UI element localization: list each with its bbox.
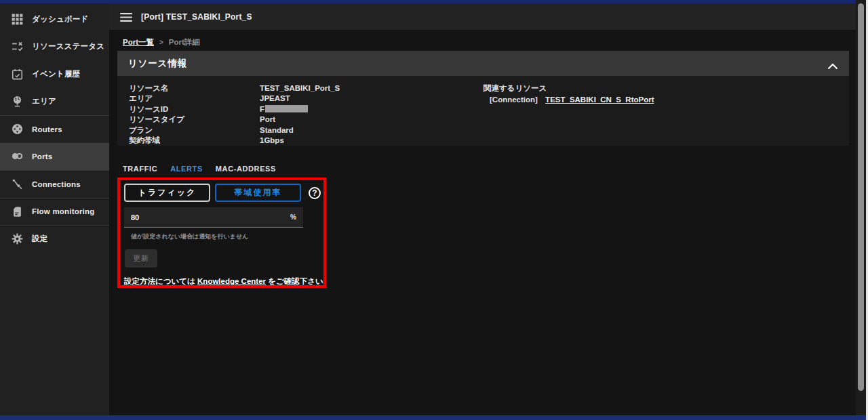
sidebar-item-dashboard[interactable]: ダッシュボード bbox=[0, 5, 109, 33]
tab-traffic[interactable]: TRAFFIC bbox=[118, 161, 162, 179]
rule-checklist-icon bbox=[10, 40, 24, 54]
field-resource-name: リソース名 TEST_SABIKI_Port_S bbox=[129, 83, 484, 93]
knowledge-center-note: 設定方法については Knowledge Center をご確認下さい bbox=[124, 276, 323, 287]
related-resources: 関連するリソース [Connection] TEST_SABIKI_CN_S_R… bbox=[484, 83, 654, 146]
threshold-field: % bbox=[124, 207, 303, 228]
ports-icon bbox=[10, 150, 24, 163]
threshold-input[interactable] bbox=[131, 213, 290, 222]
sidebar: ダッシュボード リソースステータス イベント履歴 エリア Routers Por… bbox=[0, 3, 109, 415]
topbar: [Port] TEST_SABIKI_Port_S bbox=[109, 3, 856, 30]
sidebar-item-resource-status[interactable]: リソースステータス bbox=[0, 33, 109, 61]
sidebar-item-ports[interactable]: Ports bbox=[0, 143, 109, 171]
update-button[interactable]: 更新 bbox=[125, 249, 157, 268]
traffic-toggle-button[interactable]: トラフィック bbox=[124, 184, 210, 202]
sidebar-item-label: エリア bbox=[32, 96, 56, 106]
resource-info-panel: リソース情報 リソース名 TEST_SABIKI_Port_S エリア JPEA… bbox=[117, 51, 849, 146]
tab-mac-address[interactable]: MAC-ADDRESS bbox=[211, 161, 281, 179]
bottom-accent-strip bbox=[0, 415, 866, 420]
alert-type-toggle-row: トラフィック 帯域使用率 ? bbox=[124, 184, 323, 202]
annotation-highlight-box: トラフィック 帯域使用率 ? % 値が設定されない場合は通知を行いません 更新 … bbox=[117, 177, 326, 288]
tab-alerts[interactable]: ALERTS bbox=[165, 161, 208, 179]
field-contract-bandwidth: 契約帯域 1Gbps bbox=[129, 135, 484, 146]
sidebar-item-label: 設定 bbox=[32, 234, 47, 244]
vertical-scrollbar-thumb[interactable] bbox=[858, 3, 864, 391]
sidebar-item-label: Flow monitoring bbox=[32, 207, 94, 215]
breadcrumb-separator: > bbox=[159, 39, 163, 46]
sidebar-item-label: Ports bbox=[32, 152, 52, 161]
redacted-value-box bbox=[265, 105, 308, 112]
field-resource-id: リソースID F bbox=[129, 104, 484, 114]
related-resources-title: 関連するリソース bbox=[484, 83, 654, 93]
bandwidth-usage-toggle-button[interactable]: 帯域使用率 bbox=[215, 184, 301, 202]
sidebar-item-event-history[interactable]: イベント履歴 bbox=[0, 60, 109, 88]
chevron-up-icon[interactable] bbox=[827, 60, 838, 67]
detail-tabs: TRAFFIC ALERTS MAC-ADDRESS bbox=[118, 161, 284, 179]
sidebar-item-connections[interactable]: Connections bbox=[0, 170, 109, 198]
threshold-helper-text: 値が設定されない場合は通知を行いません bbox=[131, 232, 323, 241]
router-icon bbox=[10, 123, 24, 136]
resource-info-body: リソース名 TEST_SABIKI_Port_S エリア JPEAST リソース… bbox=[117, 76, 849, 146]
sidebar-item-label: ダッシュボード bbox=[32, 14, 89, 24]
hamburger-menu-icon[interactable] bbox=[120, 12, 132, 21]
alert-settings-form: トラフィック 帯域使用率 ? % 値が設定されない場合は通知を行いません 更新 … bbox=[120, 180, 323, 287]
related-resource-type: [Connection] bbox=[490, 96, 538, 104]
dashboard-grid-icon bbox=[10, 12, 24, 26]
sidebar-item-settings[interactable]: 設定 bbox=[0, 225, 109, 253]
field-resource-type: リソースタイプ Port bbox=[129, 114, 484, 125]
breadcrumb-link-port-list[interactable]: Port一覧 bbox=[123, 37, 154, 47]
connection-icon bbox=[10, 177, 24, 191]
sidebar-item-area[interactable]: エリア bbox=[0, 88, 109, 116]
resource-fields: リソース名 TEST_SABIKI_Port_S エリア JPEAST リソース… bbox=[129, 83, 484, 146]
field-area: エリア JPEAST bbox=[129, 93, 484, 104]
resource-info-panel-header[interactable]: リソース情報 bbox=[117, 51, 849, 76]
sidebar-item-label: リソースステータス bbox=[32, 41, 104, 51]
help-icon[interactable]: ? bbox=[309, 187, 321, 199]
sidebar-item-routers[interactable]: Routers bbox=[0, 115, 109, 143]
page-title: [Port] TEST_SABIKI_Port_S bbox=[141, 12, 252, 22]
panel-title: リソース情報 bbox=[128, 58, 187, 70]
field-plan: プラン Standard bbox=[129, 125, 484, 135]
globe-stand-icon bbox=[10, 95, 24, 108]
vertical-scrollbar-track[interactable] bbox=[856, 0, 866, 420]
sidebar-item-label: イベント履歴 bbox=[32, 69, 80, 79]
sidebar-item-label: Connections bbox=[32, 180, 81, 188]
gear-icon bbox=[10, 232, 24, 246]
related-resource-row: [Connection] TEST_SABIKI_CN_S_RtoPort bbox=[484, 96, 654, 104]
sidebar-item-flow-monitoring[interactable]: Flow monitoring bbox=[0, 198, 109, 226]
breadcrumb: Port一覧 > Port詳細 bbox=[123, 37, 200, 47]
related-resource-link[interactable]: TEST_SABIKI_CN_S_RtoPort bbox=[545, 96, 654, 104]
breadcrumb-current: Port詳細 bbox=[169, 37, 200, 47]
calendar-event-icon bbox=[10, 67, 24, 81]
main-content: [Port] TEST_SABIKI_Port_S Port一覧 > Port詳… bbox=[109, 3, 856, 415]
document-icon bbox=[10, 205, 24, 218]
sidebar-item-label: Routers bbox=[32, 125, 62, 133]
threshold-unit: % bbox=[290, 213, 296, 221]
knowledge-center-link[interactable]: Knowledge Center bbox=[197, 277, 266, 285]
